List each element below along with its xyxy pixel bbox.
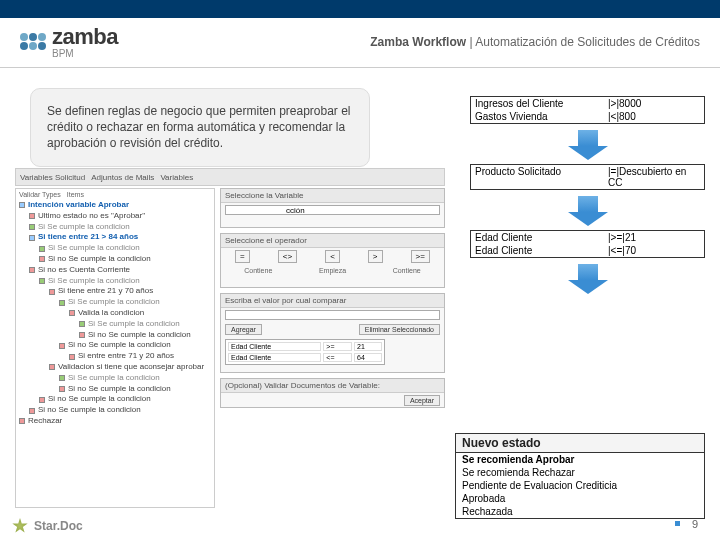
- tree-node[interactable]: Intención variable Aprobar: [19, 200, 211, 211]
- tree-node[interactable]: Si no Se cumple la condicion: [19, 405, 211, 416]
- tree-node[interactable]: Si entre entre 71 y 20 años: [19, 351, 211, 362]
- tree-node-icon: [69, 310, 75, 316]
- tree-node[interactable]: Si no es Cuenta Corriente: [19, 265, 211, 276]
- tree-tab[interactable]: Items: [67, 191, 84, 198]
- tree-node-label: Si tiene entre 21 > 84 años: [38, 232, 138, 243]
- arrow-down-icon: [568, 264, 608, 294]
- tree-node-icon: [29, 267, 35, 273]
- header: zamba BPM Zamba Workflow | Automatizació…: [0, 18, 720, 68]
- new-state-box: Nuevo estado Se recomienda Aprobar Se re…: [455, 433, 705, 519]
- accept-button[interactable]: Aceptar: [404, 395, 440, 406]
- tree-node-label: Si no Se cumple la condicion: [48, 254, 151, 265]
- page-bullet-icon: [675, 521, 680, 526]
- rule-cond: |>|8000: [604, 97, 704, 110]
- rule-cond: |>=|21: [604, 231, 704, 244]
- op-starts[interactable]: Empieza: [319, 267, 346, 274]
- rule-field: Edad Cliente: [471, 231, 604, 244]
- state-title: Nuevo estado: [456, 434, 704, 453]
- tree-node-icon: [59, 343, 65, 349]
- logo-text: zamba: [52, 24, 118, 50]
- tree-node-icon: [29, 408, 35, 414]
- rule-tree[interactable]: Validar Types Items Intención variable A…: [15, 188, 215, 508]
- logo: zamba BPM: [20, 24, 118, 59]
- tree-node[interactable]: Si tiene entre 21 > 84 años: [19, 232, 211, 243]
- box-title: (Opcional) Validar Documentos de Variabl…: [221, 379, 444, 393]
- rule-field: Edad Cliente: [471, 244, 604, 257]
- rules-column: Ingresos del Cliente|>|8000 Gastos Vivie…: [470, 96, 705, 298]
- toolbar-item[interactable]: Variables Solicitud: [20, 173, 85, 182]
- state-option[interactable]: Rechazada: [456, 505, 704, 518]
- add-button[interactable]: Agregar: [225, 324, 262, 335]
- tree-node[interactable]: Si Se cumple la condicion: [19, 319, 211, 330]
- rule-box: Edad Cliente|>=|21 Edad Cliente|<=|70: [470, 230, 705, 258]
- op-eq[interactable]: =: [235, 250, 250, 263]
- tree-node-label: Validacion si tiene que aconsejar aproba…: [58, 362, 204, 373]
- state-option[interactable]: Se recomienda Aprobar: [456, 453, 704, 466]
- tree-node-label: Si Se cumple la condicion: [88, 319, 180, 330]
- tree-node[interactable]: Si Se cumple la condicion: [19, 276, 211, 287]
- tree-node-icon: [49, 289, 55, 295]
- table-row: Edad Cliente<=64: [228, 353, 382, 362]
- tree-node-icon: [79, 321, 85, 327]
- tree-node[interactable]: Si tiene entre 21 y 70 años: [19, 286, 211, 297]
- toolbar-item[interactable]: Adjuntos de Mails: [91, 173, 154, 182]
- tree-node[interactable]: Si Se cumple la condicion: [19, 373, 211, 384]
- tree-node-icon: [19, 202, 25, 208]
- tree-node-label: Si no es Cuenta Corriente: [38, 265, 130, 276]
- tree-node-label: Si Se cumple la condicion: [38, 222, 130, 233]
- tree-node[interactable]: Si Se cumple la condicion: [19, 243, 211, 254]
- tree-node-label: Si Se cumple la condicion: [68, 297, 160, 308]
- state-option[interactable]: Se recomienda Rechazar: [456, 466, 704, 479]
- tree-node[interactable]: Si no Se cumple la condicion: [19, 384, 211, 395]
- tree-node[interactable]: Si no Se cumple la condicion: [19, 340, 211, 351]
- tree-node-label: Si Se cumple la condicion: [68, 373, 160, 384]
- page-number: 9: [692, 518, 698, 530]
- op-gt[interactable]: >: [368, 250, 383, 263]
- tree-node-label: Si no Se cumple la condicion: [88, 330, 191, 341]
- tree-node[interactable]: Validacion si tiene que aconsejar aproba…: [19, 362, 211, 373]
- tree-node-label: Si Se cumple la condicion: [48, 243, 140, 254]
- tree-node[interactable]: Si no Se cumple la condicion: [19, 330, 211, 341]
- tree-node-label: Valida la condicion: [78, 308, 144, 319]
- tree-node[interactable]: Ultimo estado no es "Aprobar": [19, 211, 211, 222]
- tree-tab[interactable]: Validar Types: [19, 191, 61, 198]
- tree-node-icon: [59, 386, 65, 392]
- op-contains2[interactable]: Contiene: [393, 267, 421, 274]
- breadcrumb: Zamba Workflow | Automatización de Solic…: [370, 35, 700, 49]
- box-title: Seleccione la Variable: [221, 189, 444, 203]
- tree-node-icon: [69, 354, 75, 360]
- compare-input[interactable]: [225, 310, 440, 320]
- tree-node[interactable]: Valida la condicion: [19, 308, 211, 319]
- breadcrumb-tail: Automatización de Solicitudes de Crédito…: [475, 35, 700, 49]
- op-ge[interactable]: >=: [411, 250, 430, 263]
- tree-node-label: Si no Se cumple la condicion: [38, 405, 141, 416]
- tree-node[interactable]: Si Se cumple la condicion: [19, 297, 211, 308]
- rule-field: Gastos Vivienda: [471, 110, 604, 123]
- delete-button[interactable]: Eliminar Seleccionado: [359, 324, 440, 335]
- star-icon: [12, 518, 28, 534]
- rule-box: Ingresos del Cliente|>|8000 Gastos Vivie…: [470, 96, 705, 124]
- tree-node[interactable]: Si no Se cumple la condicion: [19, 394, 211, 405]
- state-option[interactable]: Aprobada: [456, 492, 704, 505]
- op-ne[interactable]: <>: [278, 250, 297, 263]
- tree-node[interactable]: Si no Se cumple la condicion: [19, 254, 211, 265]
- select-operator-box: Seleccione el operador = <> < > >= Conti…: [220, 233, 445, 288]
- tree-node[interactable]: Si Se cumple la condicion: [19, 222, 211, 233]
- rule-cond: |=|Descubierto en CC: [604, 165, 704, 189]
- op-contains[interactable]: Contiene: [244, 267, 272, 274]
- op-lt[interactable]: <: [325, 250, 340, 263]
- tree-node-label: Si no Se cumple la condicion: [68, 384, 171, 395]
- tree-node-icon: [29, 235, 35, 241]
- tree-node-icon: [59, 375, 65, 381]
- tree-node-icon: [79, 332, 85, 338]
- state-option[interactable]: Pendiente de Evaluacion Crediticia: [456, 479, 704, 492]
- footer-logo: Star.Doc: [12, 518, 83, 534]
- top-bar: [0, 0, 720, 18]
- tree-node[interactable]: Rechazar: [19, 416, 211, 427]
- toolbar-item[interactable]: Variables: [160, 173, 193, 182]
- tree-node-label: Si no Se cumple la condicion: [68, 340, 171, 351]
- compare-value-box: Escriba el valor por cual comparar Agreg…: [220, 293, 445, 373]
- variable-input[interactable]: cción: [225, 205, 440, 215]
- rule-box: Producto Solicitado|=|Descubierto en CC: [470, 164, 705, 190]
- conditions-table[interactable]: Edad Cliente>=21 Edad Cliente<=64: [225, 339, 385, 365]
